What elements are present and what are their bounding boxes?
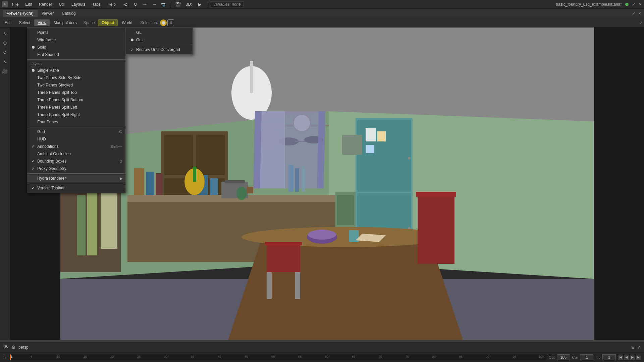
dd-bounding-boxes[interactable]: ✓ Bounding Boxes B xyxy=(27,158,125,165)
tab-catalog[interactable]: Catalog xyxy=(58,10,79,17)
dd-solid[interactable]: Solid xyxy=(27,44,125,51)
bounding-boxes-shortcut: B xyxy=(120,159,122,163)
dd-three-split-bottom[interactable]: Three Panes Split Bottom xyxy=(27,96,125,104)
dd-proxy-geometry[interactable]: ✓ Proxy Geometry xyxy=(27,165,125,172)
tick-65: 65 xyxy=(352,355,355,358)
dd-gnz[interactable]: Gnz xyxy=(126,36,193,44)
bounding-boxes-label: Bounding Boxes xyxy=(37,159,66,164)
dd-three-split-left[interactable]: Three Panes Split Left xyxy=(27,104,125,111)
grid-shortcut: G xyxy=(119,130,122,134)
forward-icon[interactable]: → xyxy=(151,1,158,8)
menu-help[interactable]: Help xyxy=(105,1,118,7)
window-expand[interactable]: ⤢ xyxy=(632,2,635,7)
move-icon[interactable]: ⤢ xyxy=(637,345,641,350)
tick-75: 75 xyxy=(406,355,409,358)
space-world[interactable]: World xyxy=(118,20,136,26)
dd-ambient-occlusion[interactable]: Ambient Occlusion xyxy=(27,150,125,158)
solid-radio xyxy=(31,45,36,50)
app-icon: K xyxy=(2,1,8,7)
hydra-submenu: GL Gnz ✓ Redraw Until Converged xyxy=(126,27,193,55)
svg-rect-24 xyxy=(225,180,245,183)
refresh-icon[interactable]: ↻ xyxy=(132,1,139,8)
tick-25: 25 xyxy=(137,355,141,358)
timeline-next-btn[interactable]: ▶ xyxy=(630,355,635,360)
single-pane-radio xyxy=(31,68,36,73)
svg-rect-10 xyxy=(196,135,225,175)
select-tool[interactable]: ↖ xyxy=(1,29,9,38)
camera-icon[interactable]: 📷 xyxy=(160,1,167,8)
in-label: In xyxy=(3,355,8,359)
dd-hud[interactable]: HUD xyxy=(27,135,125,143)
tick-1: 1 xyxy=(11,355,12,358)
space-object[interactable]: Object xyxy=(98,19,118,26)
window-title: basic_foundry_usd_example.katana* xyxy=(556,2,622,7)
gnz-radio xyxy=(129,38,135,42)
vertical-toolbar-check: ✓ xyxy=(31,186,36,190)
timeline-start-btn[interactable]: |◀ xyxy=(618,355,623,360)
tab-close-icon[interactable]: ✕ xyxy=(638,11,641,16)
timeline-track[interactable]: 1 5 10 15 20 25 30 35 40 45 50 55 60 65 … xyxy=(10,354,547,360)
camera-tool[interactable]: 🎥 xyxy=(1,67,9,75)
top-menubar: K File Edit Render Util Layouts Tabs Hel… xyxy=(0,0,644,9)
selection-icon-2[interactable]: ⊞ xyxy=(167,19,174,26)
settings-small-icon[interactable]: ⚙ xyxy=(11,345,16,350)
render-icon[interactable]: 🎬 xyxy=(174,1,182,8)
bottom-bar: 👁 ⚙ persp ⊞ ⤢ xyxy=(0,342,644,352)
dd-two-panes-side[interactable]: Two Panes Side By Side xyxy=(27,74,125,81)
dd-points[interactable]: Points xyxy=(27,29,125,36)
toolbar-manipulators[interactable]: Manipulators xyxy=(50,19,80,26)
cur-label: Cur xyxy=(572,355,578,359)
toolbar-view[interactable]: View xyxy=(34,19,50,26)
menu-file[interactable]: File xyxy=(9,1,21,7)
out-value-field[interactable] xyxy=(557,354,570,360)
menu-util[interactable]: Util xyxy=(56,1,67,7)
tab-viewer-hydra[interactable]: Viewer (Hydra) xyxy=(3,10,38,17)
dd-redraw-converged[interactable]: ✓ Redraw Until Converged xyxy=(126,46,193,53)
svg-rect-45 xyxy=(267,245,300,272)
scale-tool[interactable]: ⤡ xyxy=(1,58,9,66)
svg-rect-14 xyxy=(357,120,411,192)
dd-three-split-top[interactable]: Three Panes Split Top xyxy=(27,89,125,96)
back-icon[interactable]: ← xyxy=(141,1,149,8)
tick-85: 85 xyxy=(459,355,463,358)
dd-hydra-renderer[interactable]: Hydra Renderer xyxy=(27,175,125,182)
tab-viewer[interactable]: Viewer xyxy=(38,10,58,17)
menu-layouts[interactable]: Layouts xyxy=(69,1,88,7)
menu-tabs[interactable]: Tabs xyxy=(90,1,103,7)
dd-single-pane[interactable]: Single Pane xyxy=(27,67,125,74)
toolbar-edit[interactable]: Edit xyxy=(1,19,15,26)
timeline-end-btn[interactable]: ▶| xyxy=(636,355,641,360)
dd-annotations[interactable]: ✓ Annotations Shift+~ xyxy=(27,143,125,150)
dd-vertical-toolbar[interactable]: ✓ Vertical Toolbar xyxy=(27,184,125,192)
cur-value-field[interactable] xyxy=(580,354,593,360)
tab-expand-icon[interactable]: ⤢ xyxy=(632,11,635,16)
tick-80: 80 xyxy=(432,355,436,358)
dd-flat-shaded[interactable]: Flat Shaded xyxy=(27,51,125,58)
layout-section-label: Layout xyxy=(27,61,125,67)
dd-gl[interactable]: GL xyxy=(126,29,193,36)
grid-view-icon[interactable]: ⊞ xyxy=(631,345,635,350)
window-close[interactable]: ✕ xyxy=(639,2,642,7)
menu-edit[interactable]: Edit xyxy=(22,1,35,7)
tick-70: 70 xyxy=(379,355,382,358)
dd-grid[interactable]: Grid G xyxy=(27,128,125,135)
selection-icon-1[interactable]: ⬤ xyxy=(160,19,167,26)
play-icon[interactable]: ▶ xyxy=(196,1,204,8)
dd-two-panes-stacked[interactable]: Two Panes Stacked xyxy=(27,81,125,89)
points-label: Points xyxy=(37,30,48,35)
tick-60: 60 xyxy=(325,355,328,358)
visibility-icon[interactable]: 👁 xyxy=(3,344,9,350)
inc-value-field[interactable] xyxy=(602,354,616,360)
menu-render[interactable]: Render xyxy=(36,1,55,7)
dd-wireframe[interactable]: Wireframe xyxy=(27,36,125,44)
settings-icon[interactable]: ⚙ xyxy=(122,1,130,8)
rotate-tool[interactable]: ↺ xyxy=(1,48,9,56)
timeline-prev-btn[interactable]: ◀ xyxy=(624,355,629,360)
dd-four-panes[interactable]: Four Panes xyxy=(27,118,125,126)
svg-rect-26 xyxy=(146,172,154,195)
three-split-right-label: Three Panes Split Right xyxy=(37,112,80,117)
move-tool[interactable]: ⊕ xyxy=(1,39,9,47)
toolbar-select[interactable]: Select xyxy=(16,19,34,26)
dd-three-split-right[interactable]: Three Panes Split Right xyxy=(27,111,125,118)
toolbar-expand[interactable]: ⤢ xyxy=(639,20,643,25)
